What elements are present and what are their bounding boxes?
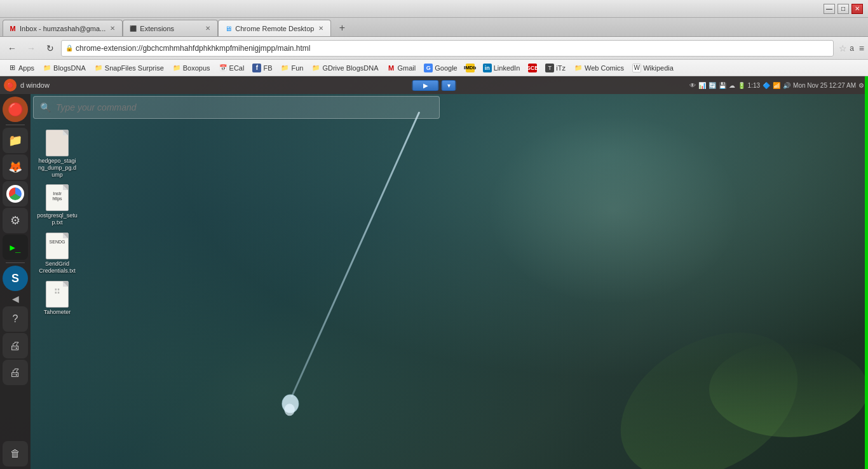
gmail-icon: M — [386, 64, 395, 72]
bookmark-gdrive[interactable]: 📁 GDrive BlogsDNA — [308, 62, 382, 74]
new-tab-button[interactable]: + — [334, 20, 350, 36]
scb-icon: SCB — [528, 64, 537, 72]
bookmark-star-button[interactable]: ☆ — [839, 43, 847, 53]
extensions-favicon: ⬛ — [128, 24, 137, 33]
tab-remote-desktop[interactable]: 🖥 Chrome Remote Desktop ✕ — [218, 20, 331, 36]
address-bar-container[interactable]: 🔒 — [61, 40, 834, 57]
icon-tahometer[interactable]: ≡ ≡≡ ≡ Tahometer — [34, 278, 80, 318]
browser-frame: — □ ✕ M Inbox - humzashah@gma... ✕ ⬛ Ext… — [0, 0, 868, 469]
topbar-blue-button[interactable]: ▶ ▾ — [412, 80, 456, 91]
hud-search-input[interactable] — [56, 102, 433, 112]
tab-remote-title: Chrome Remote Desktop — [235, 25, 314, 32]
launcher-chromium[interactable] — [3, 181, 28, 207]
address-bar[interactable] — [76, 44, 829, 53]
launcher-help[interactable]: ? — [3, 306, 28, 332]
reload-button[interactable]: ↻ — [42, 40, 58, 57]
launcher-files[interactable]: 📁 — [3, 128, 28, 153]
topbar-icon-2: 📊 — [698, 82, 706, 89]
hud-search-icon: 🔍 — [40, 102, 51, 112]
back-button[interactable]: ← — [4, 40, 20, 57]
remote-desktop-favicon: 🖥 — [224, 24, 233, 33]
bookmark-google[interactable]: G Google — [420, 62, 461, 74]
bookmark-fb[interactable]: f FB — [248, 62, 276, 74]
ecal-icon: 📅 — [219, 64, 227, 72]
tab-inbox[interactable]: M Inbox - humzashah@gma... ✕ — [3, 20, 123, 36]
skype-icon: S — [11, 272, 19, 285]
bookmark-ecal[interactable]: 📅 ECal — [215, 62, 248, 74]
hud-search-bar[interactable]: 🔍 — [33, 96, 440, 119]
launcher-scanner1[interactable]: 🖨 — [3, 333, 28, 358]
launcher-ubuntu[interactable]: 🔴 — [3, 97, 28, 122]
bookmark-gmail[interactable]: M Gmail — [383, 62, 419, 74]
gmail-favicon: M — [8, 24, 17, 33]
folder-icon: 📁 — [311, 64, 320, 72]
bookmark-itz-label: iTz — [556, 64, 566, 72]
remote-desktop[interactable]: 🔴 d window ▶ ▾ 👁 📊 🔄 💾 ☁ 🔋 1:13 🔷 — [0, 76, 868, 469]
launcher-expander[interactable]: ◀ — [11, 292, 20, 305]
bookmark-apps[interactable]: ⊞ Apps — [4, 62, 38, 74]
launcher-skype[interactable]: S — [3, 266, 28, 291]
topbar-battery: 🔋 — [738, 82, 745, 89]
menu-button[interactable]: ≡ — [859, 43, 864, 53]
tahometer-icon-label: Tahometer — [44, 309, 71, 316]
topbar-time: 1:13 — [748, 82, 760, 89]
bookmark-imdb[interactable]: IMDb — [462, 62, 478, 74]
tab-remote-close[interactable]: ✕ — [316, 24, 325, 33]
sendgrid-file-icon: SENDG — [46, 233, 69, 259]
ubuntu-topbar: 🔴 d window ▶ ▾ 👁 📊 🔄 💾 ☁ 🔋 1:13 🔷 — [0, 76, 868, 94]
bookmark-fun[interactable]: 📁 Fun — [276, 62, 307, 74]
forward-button[interactable]: → — [23, 40, 39, 57]
wikipedia-icon: W — [632, 64, 641, 72]
icon-dump[interactable]: hedgepo_staging_dump_pg.dump — [34, 127, 80, 180]
maximize-button[interactable]: □ — [837, 4, 849, 14]
green-streak-2 — [709, 342, 868, 437]
tab-inbox-title: Inbox - humzashah@gma... — [20, 25, 105, 32]
bookmark-fun-label: Fun — [291, 64, 303, 72]
folder-icon: 📁 — [94, 64, 103, 72]
launcher-settings[interactable]: ⚙ — [3, 208, 28, 233]
topbar-volume: 🔊 — [783, 82, 790, 89]
launcher-firefox[interactable]: 🦊 — [3, 154, 28, 180]
light-glow — [487, 114, 741, 305]
bookmark-ecal-label: ECal — [229, 64, 245, 72]
bookmark-scb[interactable]: SCB — [524, 62, 541, 74]
launcher-trash[interactable]: 🗑 — [3, 441, 28, 466]
close-button[interactable]: ✕ — [851, 4, 863, 14]
bookmark-linkedin[interactable]: in LinkedIn — [479, 62, 524, 74]
dump-file-icon — [46, 130, 69, 156]
remote-desktop-border — [865, 76, 868, 469]
icon-postgresql[interactable]: Instrhttps postgresql_setup.txt — [34, 182, 80, 229]
icon-sendgrid[interactable]: SENDG SendGrid Credentials.txt — [34, 230, 80, 277]
minimize-button[interactable]: — — [824, 4, 835, 14]
itz-icon: T — [545, 64, 554, 72]
launcher-scanner2[interactable]: 🖨 — [3, 360, 28, 385]
tab-extensions[interactable]: ⬛ Extensions ✕ — [123, 20, 218, 36]
linkedin-icon: in — [483, 64, 492, 72]
bookmark-snapfiles[interactable]: 📁 SnapFiles Surprise — [90, 62, 168, 74]
bookmark-webcomics[interactable]: 📁 Web Comics — [570, 62, 628, 74]
postgresql-icon-label: postgresql_setup.txt — [37, 212, 78, 226]
desktop-icons-area: hedgepo_staging_dump_pg.dump Instrhttps … — [34, 127, 80, 318]
topbar-settings-icon[interactable]: ⚙ — [858, 82, 864, 89]
bookmark-linkedin-label: LinkedIn — [494, 64, 520, 72]
dump-icon-label: hedgepo_staging_dump_pg.dump — [37, 158, 78, 178]
launcher-terminal[interactable]: ▶_ — [3, 234, 28, 260]
launcher-divider-1 — [6, 125, 25, 125]
postgresql-file-content: Instrhttps — [48, 191, 67, 201]
tab-extensions-close[interactable]: ✕ — [203, 24, 212, 33]
bookmark-wikipedia[interactable]: W Wikipedia — [628, 62, 677, 74]
scanner-icon: 🖨 — [10, 339, 21, 353]
bookmark-blogsdna[interactable]: 📁 BlogsDNA — [39, 62, 90, 74]
bookmark-snapfiles-label: SnapFiles Surprise — [105, 64, 164, 72]
title-bar: — □ ✕ — [0, 0, 868, 18]
tab-inbox-close[interactable]: ✕ — [108, 24, 117, 33]
topbar-icon-5: ☁ — [729, 82, 735, 89]
folder-icon: 📁 — [43, 64, 51, 72]
ubuntu-logo[interactable]: 🔴 — [4, 79, 17, 92]
bookmark-itz[interactable]: T iTz — [541, 62, 569, 74]
trash-icon: 🗑 — [10, 448, 20, 459]
help-icon: ? — [13, 313, 18, 325]
bookmark-boxopus[interactable]: 📁 Boxopus — [168, 62, 214, 74]
tab-extensions-title: Extensions — [140, 25, 201, 32]
bookmarks-bar: ⊞ Apps 📁 BlogsDNA 📁 SnapFiles Surprise 📁… — [0, 60, 868, 76]
